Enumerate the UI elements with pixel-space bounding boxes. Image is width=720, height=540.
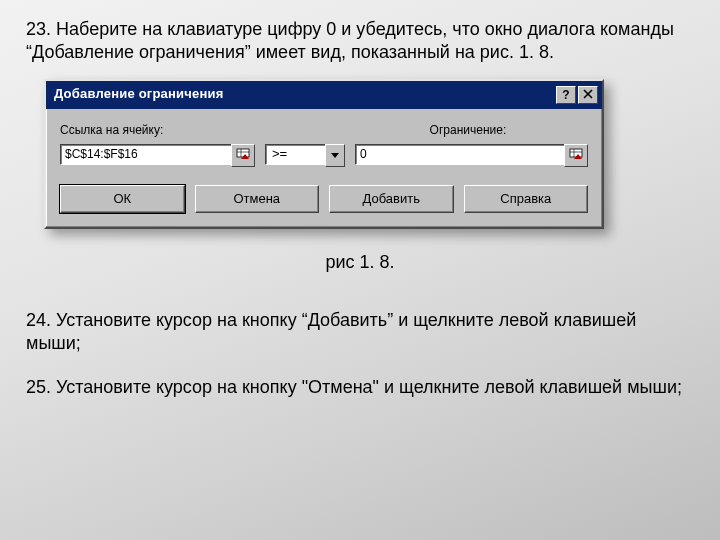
operator-dropdown-button[interactable] (325, 144, 345, 167)
step-25-text: 25. Установите курсор на кнопку "Отмена"… (26, 376, 694, 399)
titlebar-buttons: ? (556, 86, 598, 104)
dialog-body: Ссылка на ячейку: Ограничение: $C$14:$F$… (46, 109, 602, 228)
dialog-titlebar: Добавление ограничения ? (46, 81, 602, 109)
constraint-value: 0 (360, 147, 367, 163)
close-icon (583, 89, 593, 101)
add-button[interactable]: Добавить (329, 185, 454, 213)
operator-value: >= (272, 146, 287, 163)
cell-ref-label: Ссылка на ячейку: (60, 123, 313, 139)
operator-combo[interactable]: >= (265, 144, 326, 165)
add-constraint-dialog: Добавление ограничения ? Ссылка на ячейк… (44, 79, 604, 230)
svg-rect-0 (237, 149, 249, 157)
constraint-ref-picker-button[interactable] (564, 144, 588, 167)
cancel-button-label: Отмена (233, 191, 280, 208)
svg-marker-4 (331, 153, 339, 158)
cell-ref-picker-button[interactable] (231, 144, 255, 167)
dialog-screenshot: Добавление ограничения ? Ссылка на ячейк… (44, 79, 604, 230)
refedit-icon (236, 148, 250, 165)
svg-rect-5 (570, 149, 582, 157)
constraint-input[interactable]: 0 (355, 144, 565, 165)
cell-ref-input[interactable]: $C$14:$F$16 (60, 144, 232, 165)
cancel-button[interactable]: Отмена (195, 185, 320, 213)
help-button[interactable]: Справка (464, 185, 589, 213)
add-button-label: Добавить (363, 191, 420, 208)
step-23-text: 23. Наберите на клавиатуре цифру 0 и убе… (26, 18, 694, 65)
ok-button-label: ОК (113, 191, 131, 208)
figure-caption: рис 1. 8. (26, 251, 694, 274)
constraint-label: Ограничение: (430, 123, 588, 139)
cell-ref-value: $C$14:$F$16 (65, 147, 138, 163)
ok-button[interactable]: ОК (60, 185, 185, 213)
dialog-title: Добавление ограничения (54, 86, 223, 103)
titlebar-close-button[interactable] (578, 86, 598, 104)
help-button-label: Справка (500, 191, 551, 208)
question-icon: ? (562, 89, 569, 101)
refedit-icon (569, 148, 583, 165)
chevron-down-icon (331, 148, 339, 164)
step-24-text: 24. Установите курсор на кнопку “Добавит… (26, 309, 694, 356)
titlebar-help-button[interactable]: ? (556, 86, 576, 104)
